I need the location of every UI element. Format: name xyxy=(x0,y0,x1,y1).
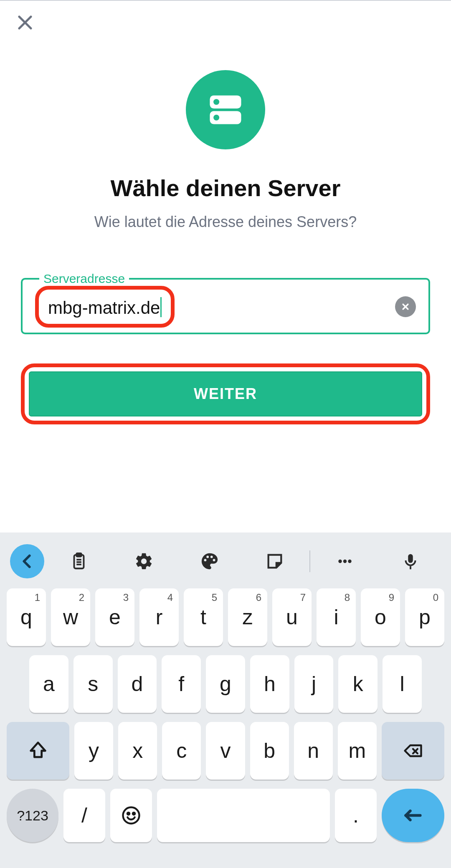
page-subtitle: Wie lautet die Adresse deines Servers? xyxy=(94,213,357,231)
server-address-label: Serveradresse xyxy=(39,273,129,285)
key-q[interactable]: q1 xyxy=(7,588,46,646)
key-o[interactable]: o9 xyxy=(361,588,400,646)
key-t[interactable]: t5 xyxy=(184,588,223,646)
symbols-key[interactable]: ?123 xyxy=(7,789,58,842)
svg-point-19 xyxy=(123,807,139,824)
continue-button[interactable]: WEITER xyxy=(29,371,422,416)
more-icon[interactable] xyxy=(314,545,375,578)
key-sup: 3 xyxy=(123,592,129,603)
settings-gear-icon[interactable] xyxy=(114,545,175,578)
key-sup: 8 xyxy=(345,592,350,603)
server-icon xyxy=(186,70,265,149)
key-e[interactable]: e3 xyxy=(95,588,134,646)
period-key[interactable]: . xyxy=(335,789,377,842)
shift-key[interactable] xyxy=(7,722,69,780)
key-i[interactable]: i8 xyxy=(317,588,356,646)
text-caret xyxy=(160,297,162,317)
key-j[interactable]: j xyxy=(294,655,334,713)
emoji-key[interactable] xyxy=(110,789,152,842)
key-sup: 4 xyxy=(167,592,173,603)
continue-button-highlight: WEITER xyxy=(21,363,430,424)
key-a[interactable]: a xyxy=(29,655,68,713)
toolbar-separator xyxy=(309,550,310,572)
enter-key[interactable] xyxy=(382,789,444,842)
slash-key[interactable]: / xyxy=(63,789,105,842)
close-button[interactable] xyxy=(15,13,35,33)
key-n[interactable]: n xyxy=(294,722,333,780)
key-sup: 9 xyxy=(389,592,394,603)
key-m[interactable]: m xyxy=(338,722,377,780)
svg-rect-16 xyxy=(410,566,411,570)
key-sup: 0 xyxy=(433,592,438,603)
key-sup: 1 xyxy=(35,592,40,603)
key-d[interactable]: d xyxy=(118,655,157,713)
key-k[interactable]: k xyxy=(338,655,378,713)
server-address-field[interactable]: Serveradresse mbg-matrix.de xyxy=(21,273,430,334)
key-sup: 6 xyxy=(256,592,261,603)
key-z[interactable]: z6 xyxy=(228,588,267,646)
keyboard-back-button[interactable] xyxy=(10,544,44,578)
key-x[interactable]: x xyxy=(118,722,157,780)
backspace-key[interactable] xyxy=(382,722,444,780)
svg-point-14 xyxy=(343,560,347,563)
clipboard-icon[interactable] xyxy=(48,545,109,578)
svg-rect-9 xyxy=(76,553,81,557)
key-s[interactable]: s xyxy=(73,655,113,713)
key-r[interactable]: r4 xyxy=(139,588,179,646)
key-l[interactable]: l xyxy=(383,655,422,713)
svg-point-5 xyxy=(213,115,219,121)
key-f[interactable]: f xyxy=(162,655,201,713)
key-sup: 7 xyxy=(300,592,306,603)
palette-icon[interactable] xyxy=(179,545,240,578)
key-p[interactable]: p0 xyxy=(405,588,444,646)
sticker-icon[interactable] xyxy=(244,545,305,578)
key-u[interactable]: u7 xyxy=(272,588,312,646)
svg-point-15 xyxy=(348,560,352,563)
mic-icon[interactable] xyxy=(380,545,441,578)
on-screen-keyboard: q1w2e3r4t5z6u7i8o9p0 asdfghjkl yxcvbnm xyxy=(0,532,451,868)
key-b[interactable]: b xyxy=(250,722,289,780)
key-c[interactable]: c xyxy=(162,722,201,780)
key-sup: 5 xyxy=(212,592,217,603)
svg-point-21 xyxy=(133,812,135,815)
svg-point-20 xyxy=(127,812,129,815)
page-title: Wähle deinen Server xyxy=(111,174,341,202)
key-g[interactable]: g xyxy=(206,655,245,713)
key-sup: 2 xyxy=(79,592,84,603)
space-key[interactable] xyxy=(157,789,330,842)
key-h[interactable]: h xyxy=(250,655,289,713)
key-v[interactable]: v xyxy=(206,722,245,780)
svg-point-3 xyxy=(213,99,219,105)
server-address-value-highlight: mbg-matrix.de xyxy=(35,286,175,328)
key-w[interactable]: w2 xyxy=(51,588,90,646)
server-address-value[interactable]: mbg-matrix.de xyxy=(48,298,160,318)
svg-point-13 xyxy=(339,560,342,563)
key-y[interactable]: y xyxy=(74,722,113,780)
clear-input-button[interactable] xyxy=(395,296,416,317)
